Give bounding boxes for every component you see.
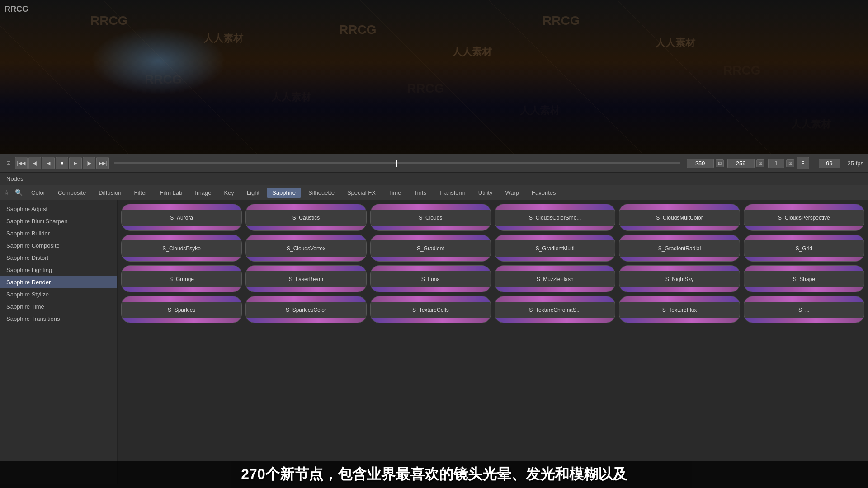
step-forward-button[interactable]: |▶ — [83, 157, 95, 169]
play-reverse-button[interactable]: ◀ — [42, 157, 55, 169]
timeline-playhead — [396, 160, 397, 167]
sidebar-item-transitions[interactable]: Sapphire Transitions — [0, 313, 117, 325]
sidebar-item-stylize[interactable]: Sapphire Stylize — [0, 288, 117, 300]
node-cloudscolorsmooth[interactable]: S_CloudsColorSmo... — [495, 204, 615, 231]
search-button[interactable]: 🔍 — [13, 187, 24, 198]
tab-filter[interactable]: Filter — [129, 188, 153, 198]
node-muzzleflash[interactable]: S_MuzzleFlash — [495, 265, 615, 292]
node-grunge-label: S_Grunge — [122, 271, 241, 287]
sidebar-item-blur[interactable]: Sapphire Blur+Sharpen — [0, 215, 117, 227]
stop-button[interactable]: ■ — [56, 157, 68, 169]
node-cloudsmultcolor[interactable]: S_CloudsMultColor — [619, 204, 740, 231]
watermark-4: 人人素材 — [452, 45, 492, 59]
current-frame-input[interactable]: 259 — [687, 159, 714, 168]
frame-dropdown-2[interactable]: ⊡ — [756, 159, 764, 167]
sidebar-item-builder[interactable]: Sapphire Builder — [0, 227, 117, 239]
tab-silhouette[interactable]: Silhouette — [303, 188, 340, 198]
node-grunge[interactable]: S_Grunge — [121, 265, 242, 292]
node-texturecells-label: S_TextureCells — [371, 302, 491, 318]
tab-utility[interactable]: Utility — [473, 188, 498, 198]
node-cloudspsyko-label: S_CloudsPsyko — [122, 240, 241, 257]
transport-bar: ⊡ |◀◀ ◀| ◀ ■ ▶ |▶ ▶▶| 259 ⊡ 259 ⊡ 1 ⊡ F … — [0, 154, 868, 173]
sidebar: Sapphire Adjust Sapphire Blur+Sharpen Sa… — [0, 200, 118, 484]
node-clouds-label: S_Clouds — [371, 210, 491, 226]
tab-time[interactable]: Time — [383, 188, 406, 198]
frame-counter-icon: ⊡ — [6, 160, 11, 166]
node-cloudsvortex[interactable]: S_CloudsVortex — [245, 235, 366, 262]
node-grid-label: S_Grid — [744, 240, 864, 257]
page-dropdown[interactable]: ⊡ — [786, 159, 794, 167]
node-gradient[interactable]: S_Gradient — [370, 235, 491, 262]
tab-transform[interactable]: Transform — [434, 188, 471, 198]
tab-light[interactable]: Light — [241, 188, 265, 198]
node-nightsky[interactable]: S_NightSky — [619, 265, 740, 292]
step-back-button[interactable]: ◀| — [28, 157, 41, 169]
watermark-11: RRCG — [723, 63, 760, 78]
node-more[interactable]: S_... — [744, 296, 864, 323]
tab-filmlab[interactable]: Film Lab — [154, 188, 188, 198]
page-input[interactable]: 1 — [768, 159, 784, 168]
favorites-star-icon[interactable]: ☆ — [4, 189, 9, 196]
tab-diffusion[interactable]: Diffusion — [93, 188, 127, 198]
video-preview: RRCG RRCG 人人素材 RRCG 人人素材 RRCG 人人素材 RRCG … — [0, 0, 868, 154]
node-shape-label: S_Shape — [744, 271, 864, 287]
watermark-5: RRCG — [542, 14, 580, 28]
node-sparklescolor-label: S_SparklesColor — [246, 302, 366, 318]
node-caustics[interactable]: S_Caustics — [245, 204, 366, 231]
go-to-end-button[interactable]: ▶▶| — [96, 157, 109, 169]
node-sparkles-label: S_Sparkles — [122, 302, 241, 318]
node-textureflux-label: S_TextureFlux — [619, 302, 739, 318]
tab-specialfx[interactable]: Special FX — [342, 188, 381, 198]
node-cloudsperspective[interactable]: S_CloudsPerspective — [744, 204, 864, 231]
tab-color[interactable]: Color — [26, 188, 51, 198]
rrcg-logo: RRCG — [5, 5, 28, 14]
flag-button[interactable]: F — [797, 157, 809, 169]
node-texturechromas[interactable]: S_TextureChromaS... — [495, 296, 615, 323]
node-textureflux[interactable]: S_TextureFlux — [619, 296, 740, 323]
node-grid[interactable]: S_Grid — [744, 235, 864, 262]
sidebar-item-distort[interactable]: Sapphire Distort — [0, 252, 117, 264]
tab-warp[interactable]: Warp — [500, 188, 524, 198]
watermark-2: 人人素材 — [203, 32, 243, 45]
node-gradientmulti[interactable]: S_GradientMulti — [495, 235, 615, 262]
frame-display-left: ⊡ — [6, 160, 13, 166]
node-laserbeam[interactable]: S_LaserBeam — [245, 265, 366, 292]
frame-dropdown-1[interactable]: ⊡ — [716, 159, 724, 167]
tab-tints[interactable]: Tints — [408, 188, 432, 198]
sidebar-item-adjust[interactable]: Sapphire Adjust — [0, 203, 117, 215]
sidebar-item-composite[interactable]: Sapphire Composite — [0, 239, 117, 252]
sidebar-item-render[interactable]: Sapphire Render — [0, 276, 117, 288]
counter-input[interactable]: 99 — [819, 159, 840, 168]
node-sparkles[interactable]: S_Sparkles — [121, 296, 242, 323]
node-cloudsperspective-label: S_CloudsPerspective — [744, 210, 864, 226]
node-sparklescolor[interactable]: S_SparklesColor — [245, 296, 366, 323]
node-cloudspsyko[interactable]: S_CloudsPsyko — [121, 235, 242, 262]
node-cloudsvortex-label: S_CloudsVortex — [246, 240, 366, 257]
node-texturecells[interactable]: S_TextureCells — [370, 296, 491, 323]
nodes-label-text: Nodes — [6, 175, 24, 182]
node-shape[interactable]: S_Shape — [744, 265, 864, 292]
node-more-label: S_... — [744, 302, 864, 318]
node-clouds[interactable]: S_Clouds — [370, 204, 491, 231]
watermark-7: RRCG — [145, 72, 182, 87]
go-to-start-button[interactable]: |◀◀ — [15, 157, 28, 169]
tab-composite[interactable]: Composite — [52, 188, 91, 198]
node-luna-label: S_Luna — [371, 271, 491, 287]
tab-image[interactable]: Image — [189, 188, 217, 198]
node-luna[interactable]: S_Luna — [370, 265, 491, 292]
tab-favorites[interactable]: Favorites — [526, 188, 561, 198]
nodes-grid: S_Aurora S_Caustics S_Clouds S_CloudsCol… — [118, 200, 868, 484]
watermark-1: RRCG — [90, 14, 127, 28]
subtitle-text: 270个新节点，包含业界最喜欢的镜头光晕、发光和模糊以及 — [241, 465, 627, 484]
node-gradientradial[interactable]: S_GradientRadial — [619, 235, 740, 262]
sidebar-item-time[interactable]: Sapphire Time — [0, 300, 117, 313]
play-button[interactable]: ▶ — [69, 157, 82, 169]
end-frame-input[interactable]: 259 — [727, 159, 755, 168]
node-texturechromas-label: S_TextureChromaS... — [495, 302, 615, 318]
tab-sapphire[interactable]: Sapphire — [267, 188, 301, 198]
tab-key[interactable]: Key — [218, 188, 239, 198]
node-aurora[interactable]: S_Aurora — [121, 204, 242, 231]
sidebar-item-lighting[interactable]: Sapphire Lighting — [0, 264, 117, 276]
node-muzzleflash-label: S_MuzzleFlash — [495, 271, 615, 287]
timeline-track[interactable] — [114, 162, 680, 164]
